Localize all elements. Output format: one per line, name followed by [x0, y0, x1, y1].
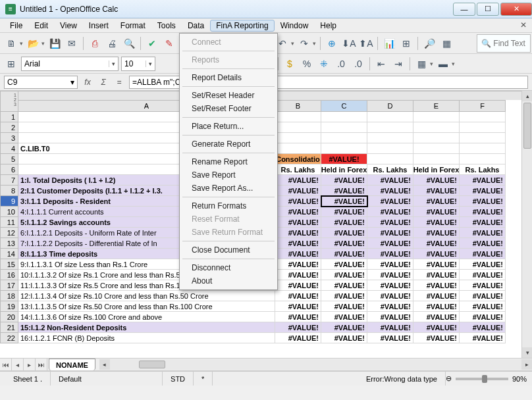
row-header-6[interactable]: 6: [0, 164, 18, 175]
cell[interactable]: #VALUE!: [275, 291, 321, 301]
cell[interactable]: 16:I.1.2.1 FCNR (B) Deposits: [18, 333, 275, 343]
menu-help[interactable]: Help: [314, 20, 342, 32]
vertical-scrollbar[interactable]: ▴ ▾: [521, 91, 532, 358]
cell[interactable]: #VALUE!: [367, 291, 413, 301]
find-icon[interactable]: 🔎: [422, 36, 437, 51]
cell[interactable]: #VALUE!: [413, 322, 460, 333]
cell[interactable]: #VALUE!: [367, 175, 413, 186]
cell[interactable]: [275, 143, 321, 154]
cell[interactable]: #VALUE!: [367, 217, 413, 228]
cell[interactable]: #VALUE!: [275, 301, 321, 312]
cell[interactable]: #VALUE!: [413, 270, 460, 280]
cell[interactable]: [321, 143, 367, 154]
cell[interactable]: #VALUE!: [367, 312, 413, 322]
cell[interactable]: #VALUE!: [460, 228, 506, 238]
new-doc-icon[interactable]: 🗎: [4, 36, 18, 51]
cell[interactable]: #VALUE!: [367, 333, 413, 343]
cell[interactable]: [413, 154, 460, 164]
cell[interactable]: #VALUE!: [367, 207, 413, 217]
cell[interactable]: #VALUE!: [413, 249, 460, 259]
cell[interactable]: [460, 133, 506, 143]
cell[interactable]: 12:I.1.1.3.4 Of size Rs.10 Crore and les…: [18, 291, 275, 301]
cell[interactable]: [367, 133, 413, 143]
cell[interactable]: [367, 122, 413, 133]
cell[interactable]: #VALUE!: [413, 207, 460, 217]
menu-data[interactable]: Data: [182, 20, 210, 32]
scroll-thumb[interactable]: [523, 103, 531, 149]
doc-close-icon[interactable]: ✕: [520, 20, 527, 30]
cell[interactable]: #VALUE!: [275, 186, 321, 196]
zoom-slider[interactable]: [456, 378, 508, 380]
hyperlink-icon[interactable]: ⊕: [325, 36, 339, 51]
row-header-20[interactable]: 20: [0, 312, 18, 322]
cell[interactable]: Rs. Lakhs: [460, 164, 506, 175]
col-header-D[interactable]: D: [367, 100, 413, 112]
menu-fina-reporting[interactable]: FinA Reporting: [210, 20, 274, 32]
minimize-button[interactable]: —: [453, 3, 475, 16]
cell[interactable]: #VALUE!: [321, 333, 367, 343]
cell[interactable]: 15:I.1.2 Non-Resident Deposits: [18, 322, 275, 333]
cell[interactable]: [367, 154, 413, 164]
row-header-1[interactable]: 1: [0, 112, 18, 122]
cell[interactable]: #VALUE!: [413, 186, 460, 196]
row-header-16[interactable]: 16: [0, 270, 18, 280]
cell[interactable]: [413, 112, 460, 122]
menu-item-disconnect[interactable]: Disconnect: [180, 261, 277, 274]
cell[interactable]: #VALUE!: [413, 333, 460, 343]
cell[interactable]: #VALUE!: [413, 175, 460, 186]
cell[interactable]: #VALUE!: [321, 186, 367, 196]
currency-icon[interactable]: $: [282, 57, 297, 71]
print-icon[interactable]: 🖨: [105, 36, 119, 51]
menu-item-place-return[interactable]: Place Return...: [180, 120, 277, 133]
cell[interactable]: #VALUE!: [321, 312, 367, 322]
row-header-5[interactable]: 5: [0, 154, 18, 164]
cell[interactable]: #VALUE!: [321, 291, 367, 301]
cell[interactable]: #VALUE!: [275, 259, 321, 270]
find-toolbar[interactable]: 🔍 Find Text: [477, 34, 531, 53]
cell[interactable]: [460, 122, 506, 133]
sort-asc-icon[interactable]: ⬇A: [342, 36, 356, 51]
font-size-combo[interactable]: 10▾: [121, 57, 155, 71]
cell[interactable]: #VALUE!: [321, 270, 367, 280]
menu-item-set-reset-header[interactable]: Set/Reset Header: [180, 89, 277, 102]
menu-file[interactable]: File: [4, 20, 28, 32]
menu-item-close-document[interactable]: Close Document: [180, 243, 277, 257]
cell[interactable]: [460, 154, 506, 164]
cell[interactable]: #VALUE!: [460, 238, 506, 249]
cell[interactable]: #VALUE!: [460, 291, 506, 301]
cell[interactable]: #VALUE!: [275, 312, 321, 322]
scroll-up-icon[interactable]: ▴: [522, 91, 532, 101]
cell[interactable]: #VALUE!: [413, 312, 460, 322]
menu-item-set-reset-footer[interactable]: Set/Reset Footer: [180, 102, 277, 115]
row-header-21[interactable]: 21: [0, 322, 18, 333]
cell[interactable]: #VALUE!: [413, 196, 460, 207]
tab-next-icon[interactable]: ▸: [24, 359, 36, 370]
cell[interactable]: [275, 122, 321, 133]
select-all-corner[interactable]: 123: [0, 91, 18, 112]
number-icon[interactable]: ⁜: [317, 57, 331, 71]
menu-item-generate-report[interactable]: Generate Report: [180, 138, 277, 151]
cell[interactable]: [275, 112, 321, 122]
row-header-18[interactable]: 18: [0, 291, 18, 301]
email-icon[interactable]: ✉: [65, 36, 79, 51]
navigator-icon[interactable]: ⊞: [399, 36, 413, 51]
menu-tools[interactable]: Tools: [151, 20, 182, 32]
cell[interactable]: #VALUE!: [275, 249, 321, 259]
cell[interactable]: #VALUE!: [275, 270, 321, 280]
cell[interactable]: #VALUE!: [460, 207, 506, 217]
redo-icon[interactable]: ↷: [297, 36, 311, 51]
sheet-tab[interactable]: NONAME: [49, 359, 95, 370]
cell[interactable]: [321, 122, 367, 133]
cell[interactable]: #VALUE!: [460, 175, 506, 186]
cell[interactable]: #VALUE!: [321, 322, 367, 333]
scroll-left-icon[interactable]: ◂: [99, 359, 110, 370]
cell[interactable]: 13:I.1.1.3.5 Of size Rs.50 Crore and les…: [18, 301, 275, 312]
cell[interactable]: #VALUE!: [460, 312, 506, 322]
row-header-2[interactable]: 2: [0, 122, 18, 133]
cell[interactable]: #VALUE!: [413, 291, 460, 301]
cell[interactable]: #VALUE!: [275, 217, 321, 228]
menu-item-save-report[interactable]: Save Report: [180, 168, 277, 182]
row-header-3[interactable]: 3: [0, 133, 18, 143]
cell[interactable]: #VALUE!: [460, 322, 506, 333]
row-header-9[interactable]: 9: [0, 196, 18, 207]
